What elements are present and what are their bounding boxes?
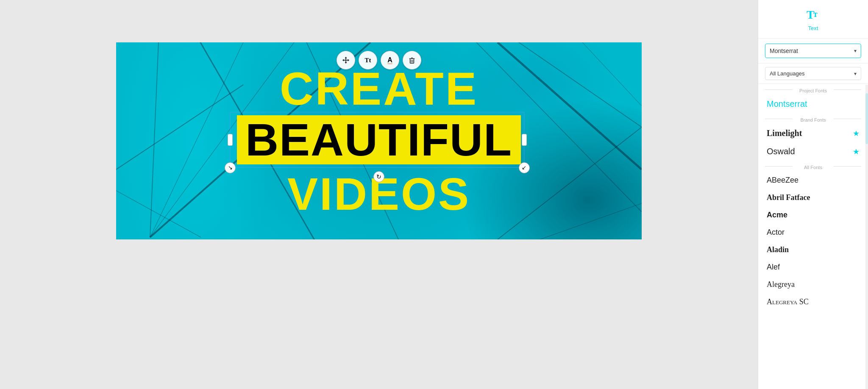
font-search-dropdown[interactable]: Montserrat ▾ bbox=[765, 44, 861, 58]
font-item-alef[interactable]: Alef bbox=[758, 258, 868, 276]
font-item-montserrat[interactable]: Montserrat bbox=[758, 95, 868, 113]
rotate-handle[interactable]: ↻ bbox=[373, 171, 384, 182]
font-name-aladin: Aladin bbox=[767, 245, 789, 254]
move-transform-button[interactable] bbox=[337, 51, 355, 69]
font-search-wrapper: Montserrat ▾ bbox=[758, 39, 868, 64]
svg-marker-5 bbox=[348, 59, 350, 61]
svg-rect-6 bbox=[410, 58, 414, 63]
delete-button[interactable] bbox=[403, 51, 421, 69]
font-name-montserrat: Montserrat bbox=[767, 99, 807, 109]
text-beautiful[interactable]: BEAUTIFUL bbox=[245, 117, 512, 163]
font-name-abril-fatface: Abril Fatface bbox=[767, 193, 810, 202]
star-icon-limelight[interactable]: ★ bbox=[853, 129, 860, 138]
section-label-brand: Brand Fonts bbox=[758, 113, 868, 124]
canvas-image[interactable]: CREATE ↙ ↘ ↻ bbox=[116, 42, 642, 239]
star-icon-oswald[interactable]: ★ bbox=[853, 147, 860, 156]
text-tool-icon: T т bbox=[806, 7, 821, 24]
font-item-abeezee[interactable]: ABeeZee bbox=[758, 172, 868, 189]
font-name-actor: Actor bbox=[767, 228, 785, 237]
font-item-alegreya-sc[interactable]: Alegreya SC bbox=[758, 293, 868, 311]
font-item-abril-fatface[interactable]: Abril Fatface bbox=[758, 189, 868, 206]
text-beautiful-container[interactable]: ↙ ↘ ↻ BEAUTIFUL bbox=[237, 115, 521, 164]
text-beautiful-bg: BEAUTIFUL bbox=[237, 115, 521, 164]
font-item-actor[interactable]: Actor bbox=[758, 224, 868, 241]
text-toolbar: Tt A bbox=[337, 51, 421, 69]
font-item-alegreya[interactable]: Alegreya bbox=[758, 276, 868, 293]
font-item-aladin[interactable]: Aladin bbox=[758, 241, 868, 258]
svg-marker-3 bbox=[345, 62, 347, 64]
sidebar: T т Text Montserrat ▾ All Languages ▾ Pr… bbox=[758, 0, 868, 389]
svg-marker-4 bbox=[342, 59, 344, 61]
font-name-oswald: Oswald bbox=[767, 147, 795, 156]
font-name-limelight: Limelight bbox=[767, 128, 802, 138]
font-name-alegreya: Alegreya bbox=[767, 280, 795, 289]
svg-marker-2 bbox=[345, 57, 347, 58]
canvas-area: Tt A bbox=[0, 0, 758, 389]
text-style-button[interactable]: Tt bbox=[359, 51, 377, 69]
canvas-wrapper: CREATE ↙ ↘ ↻ bbox=[116, 42, 642, 239]
language-arrow-icon: ▾ bbox=[854, 71, 857, 77]
language-dropdown[interactable]: All Languages ▾ bbox=[765, 67, 861, 80]
text-create[interactable]: CREATE bbox=[159, 65, 599, 112]
canvas-texts: CREATE ↙ ↘ ↻ bbox=[116, 65, 642, 217]
font-name-alef: Alef bbox=[767, 263, 780, 272]
section-label-project: Project Fonts bbox=[758, 84, 868, 95]
font-name-abeezee: ABeeZee bbox=[767, 176, 798, 185]
font-item-limelight[interactable]: Limelight ★ bbox=[758, 124, 868, 142]
section-label-all: All Fonts bbox=[758, 161, 868, 172]
font-dropdown-arrow: ▾ bbox=[854, 48, 857, 54]
language-label: All Languages bbox=[770, 70, 804, 77]
font-search-value: Montserrat bbox=[770, 47, 798, 54]
language-filter-wrapper: All Languages ▾ bbox=[758, 64, 868, 84]
resize-handle-right[interactable] bbox=[522, 134, 527, 146]
svg-text:т: т bbox=[813, 9, 818, 19]
font-list[interactable]: Project Fonts Montserrat Brand Fonts Lim… bbox=[758, 84, 868, 389]
font-name-alegreya-sc: Alegreya SC bbox=[767, 297, 809, 306]
font-name-acme: Acme bbox=[767, 211, 787, 220]
font-item-acme[interactable]: Acme bbox=[758, 206, 868, 224]
sidebar-header: T т Text bbox=[758, 0, 868, 39]
text-color-button[interactable]: A bbox=[381, 51, 399, 69]
resize-handle-left[interactable] bbox=[228, 134, 233, 146]
sidebar-title-label: Text bbox=[808, 25, 818, 31]
font-item-oswald[interactable]: Oswald ★ bbox=[758, 142, 868, 161]
